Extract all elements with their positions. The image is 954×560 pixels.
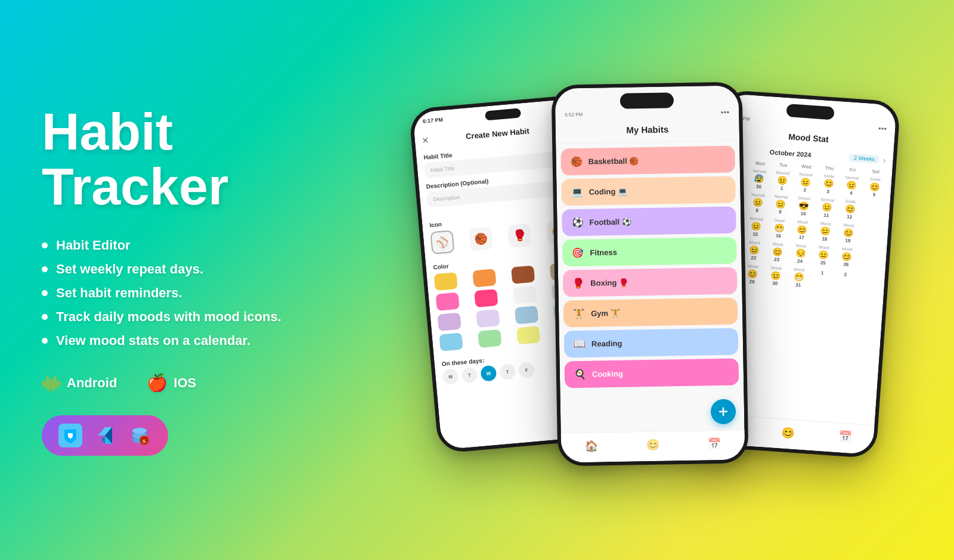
habit-item-fitness[interactable]: 🎯 Fitness: [562, 237, 737, 266]
platform-row: Android 🍎 IOS: [42, 375, 352, 391]
cal-day-30b[interactable]: Mood 😐 30: [763, 265, 788, 288]
dynamic-island-mood: [786, 104, 834, 120]
feature-item-4: Track daily moods with mood icons.: [42, 309, 352, 325]
habit-emoji-coding: 💻: [571, 186, 583, 198]
habit-name-gym: Gym 🏋️: [591, 309, 620, 318]
habit-item-reading[interactable]: 📖 Reading: [564, 328, 739, 357]
icon-cell-3[interactable]: 🥊: [507, 223, 532, 248]
features-list: Habit Editor Set weekly repeat days. Set…: [42, 238, 352, 349]
color-hotpink[interactable]: [474, 289, 498, 307]
day-t1[interactable]: T: [461, 366, 478, 383]
cal-day-1b[interactable]: 1: [810, 267, 834, 291]
day-f[interactable]: F: [518, 362, 535, 378]
svg-point-13: [132, 428, 147, 434]
habit-emoji-basketball: 🏀: [571, 156, 583, 167]
create-title: Create New Habit: [465, 126, 529, 141]
cal-day-12[interactable]: Smile 😊 12: [838, 198, 862, 221]
habit-item-boxing[interactable]: 🥊 Boxing 🥊: [563, 267, 738, 297]
color-orange[interactable]: [472, 269, 496, 287]
flutter-icon: [93, 424, 117, 447]
ios-label: IOS: [174, 375, 196, 391]
col-fri: Fri: [841, 167, 864, 174]
habit-name-cooking: Cooking: [592, 369, 623, 379]
color-pink[interactable]: [435, 293, 459, 311]
cal-day-3[interactable]: Smile 😊 3: [816, 173, 841, 196]
svg-rect-4: [58, 381, 61, 387]
close-button[interactable]: ✕: [422, 135, 429, 145]
color-yellow[interactable]: [434, 272, 458, 291]
bullet-4: [42, 314, 48, 320]
day-t2[interactable]: T: [499, 363, 516, 380]
nav-home[interactable]: 🏠: [585, 439, 598, 452]
android-label: Android: [67, 375, 117, 391]
day-w[interactable]: W: [480, 365, 497, 382]
cal-view-badge[interactable]: 2 Weeks: [849, 153, 880, 164]
cal-day-26[interactable]: Mood 😊 26: [834, 245, 859, 269]
color-green[interactable]: [478, 329, 501, 348]
habit-emoji-fitness: 🎯: [572, 247, 584, 259]
color-yellow2[interactable]: [516, 326, 540, 344]
svg-rect-6: [52, 389, 55, 391]
cal-day-17[interactable]: Mood 😊 17: [790, 219, 814, 242]
bullet-5: [42, 338, 48, 344]
cal-day-5[interactable]: Smile 😊 5: [862, 176, 887, 199]
app-title: Habit Tracker: [42, 104, 352, 214]
svg-rect-5: [48, 389, 50, 391]
habit-name-boxing: Boxing 🥊: [590, 278, 628, 288]
dynamic-island-create: [485, 108, 521, 120]
cal-day-31[interactable]: Mood 😁 31: [786, 266, 811, 290]
cal-day-18[interactable]: Mood 😐 18: [813, 220, 837, 244]
color-lightgray[interactable]: [513, 285, 537, 304]
color-brown[interactable]: [511, 265, 535, 284]
icon-cell-1[interactable]: ⚾: [430, 230, 454, 254]
phone-habits: 5:52 PM ●●● My Habits 🏀 Basketball 🏀 💻 C…: [551, 82, 748, 466]
cal-day-8[interactable]: Normal 😐 8: [745, 192, 770, 215]
cal-day-9[interactable]: Normal 😐 9: [769, 193, 793, 216]
cal-day-4[interactable]: Normal 😐 4: [840, 174, 864, 197]
cal-day-15[interactable]: Normal 😐 15: [744, 215, 768, 238]
cal-day-16[interactable]: Great 😁 16: [767, 217, 791, 240]
cal-day-19[interactable]: Mood 😊 19: [836, 222, 860, 245]
habit-item-coding[interactable]: 💻 Coding 💻: [561, 176, 736, 206]
habit-emoji-football: ⚽: [571, 217, 583, 228]
apple-icon: 🍎: [147, 375, 168, 391]
nav-mood-active[interactable]: 😊: [781, 425, 795, 439]
cal-day-2b[interactable]: 2: [832, 269, 857, 293]
add-habit-button[interactable]: [711, 399, 736, 425]
bottom-nav-habits: 🏠 😊 📅: [561, 430, 745, 462]
color-lavender[interactable]: [437, 313, 461, 331]
cal-day-25[interactable]: Mood 😐 25: [811, 244, 835, 267]
nav-calendar-mood[interactable]: 📅: [838, 430, 851, 443]
bullet-2: [42, 266, 48, 272]
feature-item-5: View mood stats on a calendar.: [42, 333, 352, 349]
habit-item-basketball[interactable]: 🏀 Basketball 🏀: [560, 145, 735, 175]
cal-day-10[interactable]: Dream 😎 10: [791, 195, 816, 218]
color-lightlav[interactable]: [476, 309, 500, 328]
svg-text:S: S: [143, 438, 146, 444]
nav-calendar[interactable]: 📅: [707, 437, 720, 450]
habit-item-cooking[interactable]: 🍳 Cooking: [565, 358, 739, 388]
col-tue: Tue: [772, 161, 795, 169]
icon-cell-2[interactable]: 🏀: [469, 226, 493, 251]
cal-next[interactable]: ›: [882, 155, 886, 164]
habit-item-football[interactable]: ⚽ Football ⚽: [562, 206, 736, 236]
cal-day-11[interactable]: Normal 😐 11: [814, 197, 839, 220]
cal-day-1[interactable]: Normal 😐 1: [770, 169, 794, 192]
color-lightblue[interactable]: [515, 306, 538, 324]
color-skyblue[interactable]: [439, 332, 463, 351]
cal-day-23[interactable]: Mood 😊 23: [765, 241, 789, 264]
cal-day-22[interactable]: Mood 😐 22: [742, 239, 766, 262]
cal-day-30[interactable]: Nervou 😰 30: [747, 168, 772, 191]
nav-mood[interactable]: 😊: [646, 438, 659, 451]
habit-emoji-boxing: 🥊: [572, 278, 584, 289]
tech-badge: S: [42, 415, 168, 456]
cal-day-empty3: [856, 271, 880, 294]
cal-day-2[interactable]: Normal 😐 2: [793, 171, 817, 194]
cal-day-empty2: [857, 247, 882, 270]
cal-day-24[interactable]: Mood 😔 24: [788, 242, 813, 266]
feature-item-2: Set weekly repeat days.: [42, 262, 352, 277]
habit-item-gym[interactable]: 🏋️ Gym 🏋️: [563, 297, 738, 327]
feature-item-3: Set habit reminders.: [42, 285, 352, 301]
habit-name-coding: Coding 💻: [588, 187, 627, 197]
day-m[interactable]: M: [442, 368, 459, 385]
